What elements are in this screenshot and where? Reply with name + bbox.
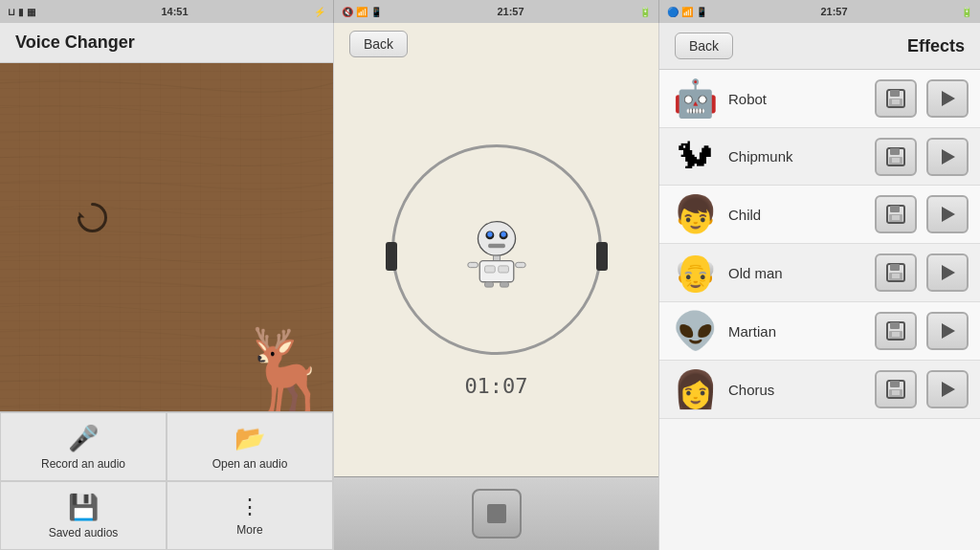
svg-rect-11 [498, 265, 508, 272]
voice-changer-title-bar: Voice Changer [0, 23, 333, 63]
child-effect-name: Child [728, 207, 865, 223]
svg-rect-27 [892, 215, 900, 220]
effect-row-old-man: 👴 Old man [659, 244, 980, 302]
svg-rect-8 [493, 255, 500, 260]
stop-button[interactable] [472, 489, 522, 539]
robot-play-button[interactable] [926, 79, 969, 118]
old-man-effect-icon: 👴 [671, 252, 719, 294]
saved-audios-button[interactable]: 💾 Saved audios [0, 481, 167, 550]
martian-play-button[interactable] [926, 312, 969, 350]
effects-back-button[interactable]: Back [675, 33, 733, 59]
svg-rect-33 [890, 322, 900, 329]
left-status-icons: ⊔ ▮ ▦ [8, 7, 35, 17]
effects-header: Back Effects [659, 23, 980, 70]
wifi2-icon: 📶 [681, 7, 693, 17]
effect-row-chorus: 👩 Chorus [659, 361, 980, 419]
effects-list: 🤖 Robot 🐿 Chipmunk [659, 70, 980, 550]
effect-row-child: 👦 Child [659, 186, 980, 244]
play-icon [942, 265, 955, 280]
svg-marker-1 [79, 211, 85, 217]
child-effect-icon: 👦 [671, 193, 719, 235]
saved-audios-label: Saved audios [49, 526, 119, 539]
record-audio-button[interactable]: 🎤 Record an audio [0, 412, 167, 481]
robot-save-button[interactable] [875, 79, 917, 118]
svg-rect-37 [890, 381, 900, 387]
svg-rect-21 [890, 148, 900, 155]
chorus-save-button[interactable] [875, 370, 917, 408]
old-man-save-button[interactable] [875, 253, 917, 292]
recording-timer: 01:07 [464, 374, 527, 398]
svg-rect-7 [488, 243, 505, 247]
wood-area: 🦌 [0, 63, 333, 411]
more-icon: ⋮ [239, 495, 260, 519]
effects-panel: Back Effects 🤖 Robot [658, 23, 980, 550]
effect-row-martian: 👽 Martian [659, 302, 980, 361]
save-icon [885, 320, 906, 341]
middle-right-icons: 🔋 [639, 7, 651, 17]
open-icon: 📂 [234, 424, 265, 453]
svg-rect-25 [890, 206, 900, 212]
recording-circle [391, 144, 602, 355]
battery-icon: ▮ [18, 7, 24, 17]
svg-rect-15 [500, 281, 508, 286]
effects-title: Effects [907, 36, 965, 56]
save-icon [885, 379, 906, 400]
child-play-button[interactable] [926, 195, 969, 233]
right-band [596, 242, 608, 271]
status-bar-left: ⊔ ▮ ▦ 14:51 ⚡ [0, 0, 333, 23]
right-left-icons: 🔵 📶 📱 [667, 7, 707, 17]
svg-rect-19 [892, 99, 900, 104]
bottom-action-buttons: 🎤 Record an audio 📂 Open an audio 💾 Save… [0, 411, 333, 550]
battery2-icon: 🔋 [639, 7, 651, 17]
play-icon [942, 382, 955, 397]
record-audio-label: Record an audio [41, 457, 125, 471]
deer-emoji: 🦌 [236, 330, 333, 411]
chipmunk-play-button[interactable] [926, 138, 969, 176]
middle-time: 21:57 [497, 6, 523, 17]
bt-icon: 🔵 [667, 7, 679, 17]
chipmunk-effect-name: Chipmunk [728, 148, 865, 165]
right-right-icons: 🔋 [961, 7, 972, 17]
svg-rect-12 [467, 262, 478, 267]
svg-rect-10 [484, 265, 495, 272]
recording-back-button[interactable]: Back [349, 31, 408, 57]
left-band [386, 242, 397, 271]
stop-icon [487, 504, 506, 523]
main-content: Voice Changer [0, 23, 980, 550]
status-bars: ⊔ ▮ ▦ 14:51 ⚡ 🔇 📶 📱 21:57 🔋 🔵 📶 📱 21:57 … [0, 0, 980, 23]
open-audio-button[interactable]: 📂 Open an audio [167, 412, 333, 481]
old-man-effect-name: Old man [728, 265, 865, 281]
play-icon [942, 207, 955, 222]
play-icon [942, 149, 955, 165]
voice-changer-title: Voice Changer [15, 33, 135, 52]
effect-row-chipmunk: 🐿 Chipmunk [659, 128, 980, 186]
robot-effect-name: Robot [728, 91, 865, 107]
refresh-icon [72, 196, 115, 243]
svg-rect-35 [892, 332, 900, 337]
status-bar-right: 🔵 📶 📱 21:57 🔋 [658, 0, 980, 23]
save-icon [885, 146, 906, 167]
martian-save-button[interactable] [875, 312, 917, 350]
old-man-play-button[interactable] [926, 253, 969, 292]
robot-effect-icon: 🤖 [671, 77, 719, 120]
left-time: 14:51 [161, 6, 188, 17]
recording-controls [334, 476, 658, 550]
child-save-button[interactable] [875, 195, 917, 233]
robot-svg [458, 211, 535, 288]
battery3-icon: 🔋 [961, 7, 972, 17]
usb2-icon: ⚡ [314, 7, 325, 17]
more-button[interactable]: ⋮ More [167, 481, 333, 550]
signal-icon: 📱 [370, 7, 382, 17]
save-icon [885, 88, 906, 109]
chorus-play-button[interactable] [926, 370, 969, 408]
chorus-effect-name: Chorus [728, 382, 865, 398]
right-time: 21:57 [820, 6, 847, 17]
chipmunk-save-button[interactable] [875, 138, 917, 176]
record-icon: 🎤 [68, 424, 99, 453]
svg-rect-39 [892, 390, 900, 395]
chorus-effect-icon: 👩 [671, 368, 719, 410]
svg-point-5 [487, 231, 492, 236]
recording-panel: Back [333, 23, 658, 550]
left-right-icons: ⚡ [314, 7, 325, 17]
svg-rect-13 [515, 262, 525, 267]
